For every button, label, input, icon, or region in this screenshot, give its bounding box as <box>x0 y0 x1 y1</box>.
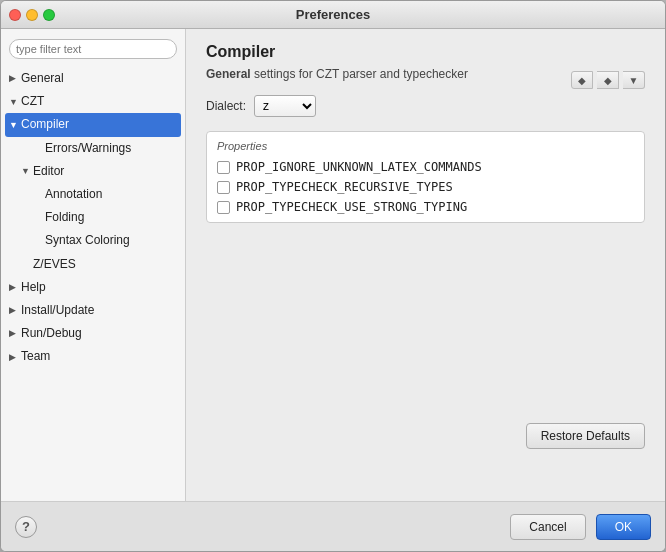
sidebar-item-z-eves[interactable]: Z/EVES <box>1 253 185 276</box>
content-area: ◆ ◆ ▼ Compiler General settings for CZT … <box>186 29 665 501</box>
tree-arrow-icon: ▶ <box>9 71 21 85</box>
main-content: ▶General▼CZT▼CompilerErrors/Warnings▼Edi… <box>1 29 665 501</box>
sidebar-item-general[interactable]: ▶General <box>1 67 185 90</box>
dialect-select[interactable]: z oz circus <box>254 95 316 117</box>
sidebar-item-label: Install/Update <box>21 301 94 320</box>
property-checkbox-prop2[interactable] <box>217 181 230 194</box>
nav-dropdown-icon: ▼ <box>629 75 639 86</box>
minimize-button[interactable] <box>26 9 38 21</box>
sidebar-item-label: General <box>21 69 64 88</box>
restore-defaults-row: Restore Defaults <box>206 423 645 449</box>
sidebar-item-team[interactable]: ▶Team <box>1 345 185 368</box>
tree-arrow-icon: ▶ <box>9 350 21 364</box>
tree-arrow-icon: ▶ <box>9 326 21 340</box>
restore-defaults-button[interactable]: Restore Defaults <box>526 423 645 449</box>
property-row-prop3: PROP_TYPECHECK_USE_STRONG_TYPING <box>217 200 634 214</box>
property-label-prop2: PROP_TYPECHECK_RECURSIVE_TYPES <box>236 180 453 194</box>
sidebar-item-label: Folding <box>45 208 84 227</box>
sidebar-item-annotation[interactable]: Annotation <box>1 183 185 206</box>
dialect-row: Dialect: z oz circus <box>206 95 645 117</box>
nav-dropdown-button[interactable]: ▼ <box>623 71 645 89</box>
nav-back-icon: ◆ <box>578 75 586 86</box>
preferences-window: Preferences ▶General▼CZT▼CompilerErrors/… <box>0 0 666 552</box>
content-toolbar: ◆ ◆ ▼ <box>571 71 645 89</box>
tree-arrow-icon: ▼ <box>21 164 33 178</box>
nav-forward-icon: ◆ <box>604 75 612 86</box>
property-row-prop2: PROP_TYPECHECK_RECURSIVE_TYPES <box>217 180 634 194</box>
tree-arrow-icon: ▼ <box>9 95 21 109</box>
subtitle-suffix: settings for CZT parser and typechecker <box>251 67 468 81</box>
tree-arrow-icon: ▶ <box>9 280 21 294</box>
window-title: Preferences <box>296 7 370 22</box>
sidebar-item-label: Team <box>21 347 50 366</box>
search-input[interactable] <box>9 39 177 59</box>
sidebar-item-label: Syntax Coloring <box>45 231 130 250</box>
sidebar-item-run-debug[interactable]: ▶Run/Debug <box>1 322 185 345</box>
ok-button[interactable]: OK <box>596 514 651 540</box>
property-checkbox-prop1[interactable] <box>217 161 230 174</box>
sidebar-item-label: Z/EVES <box>33 255 76 274</box>
properties-container: PROP_IGNORE_UNKNOWN_LATEX_COMMANDSPROP_T… <box>217 160 634 214</box>
traffic-lights <box>9 9 55 21</box>
tree-arrow-icon: ▶ <box>9 303 21 317</box>
sidebar-item-label: Help <box>21 278 46 297</box>
property-checkbox-prop3[interactable] <box>217 201 230 214</box>
subtitle-prefix: General <box>206 67 251 81</box>
sidebar-item-label: Editor <box>33 162 64 181</box>
property-row-prop1: PROP_IGNORE_UNKNOWN_LATEX_COMMANDS <box>217 160 634 174</box>
titlebar: Preferences <box>1 1 665 29</box>
maximize-button[interactable] <box>43 9 55 21</box>
tree-container: ▶General▼CZT▼CompilerErrors/Warnings▼Edi… <box>1 67 185 368</box>
cancel-button[interactable]: Cancel <box>510 514 585 540</box>
sidebar-item-label: CZT <box>21 92 44 111</box>
sidebar-item-label: Errors/Warnings <box>45 139 131 158</box>
nav-back-button[interactable]: ◆ <box>571 71 593 89</box>
bottom-bar: ? Cancel OK <box>1 501 665 551</box>
bottom-right: Cancel OK <box>510 514 651 540</box>
close-button[interactable] <box>9 9 21 21</box>
sidebar-item-errors-warnings[interactable]: Errors/Warnings <box>1 137 185 160</box>
search-box <box>9 39 177 59</box>
sidebar-item-compiler[interactable]: ▼Compiler <box>5 113 181 136</box>
tree-arrow-icon: ▼ <box>9 118 21 132</box>
sidebar-item-editor[interactable]: ▼Editor <box>1 160 185 183</box>
properties-group: Properties PROP_IGNORE_UNKNOWN_LATEX_COM… <box>206 131 645 223</box>
sidebar-item-czt[interactable]: ▼CZT <box>1 90 185 113</box>
sidebar-item-label: Annotation <box>45 185 102 204</box>
property-label-prop1: PROP_IGNORE_UNKNOWN_LATEX_COMMANDS <box>236 160 482 174</box>
help-button[interactable]: ? <box>15 516 37 538</box>
bottom-left: ? <box>15 516 37 538</box>
sidebar-item-label: Compiler <box>21 115 69 134</box>
sidebar-item-syntax-coloring[interactable]: Syntax Coloring <box>1 229 185 252</box>
property-label-prop3: PROP_TYPECHECK_USE_STRONG_TYPING <box>236 200 467 214</box>
sidebar: ▶General▼CZT▼CompilerErrors/Warnings▼Edi… <box>1 29 186 501</box>
properties-legend: Properties <box>217 140 634 152</box>
nav-forward-button[interactable]: ◆ <box>597 71 619 89</box>
dialect-label: Dialect: <box>206 99 246 113</box>
sidebar-item-folding[interactable]: Folding <box>1 206 185 229</box>
sidebar-item-label: Run/Debug <box>21 324 82 343</box>
sidebar-item-install-update[interactable]: ▶Install/Update <box>1 299 185 322</box>
sidebar-item-help[interactable]: ▶Help <box>1 276 185 299</box>
content-title: Compiler <box>206 43 645 61</box>
